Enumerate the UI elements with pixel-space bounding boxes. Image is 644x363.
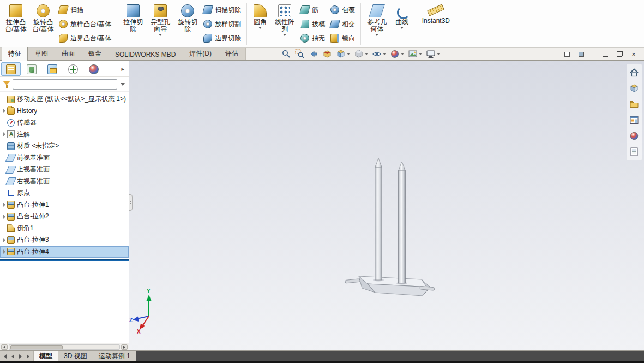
chevron-down-icon[interactable] xyxy=(400,27,404,29)
configurationmanager-tab[interactable] xyxy=(43,62,62,76)
lofted-cut-button[interactable]: 放样切割 xyxy=(201,17,244,31)
mirror-button[interactable]: 镜向 xyxy=(328,31,358,45)
tab-sheet-metal[interactable]: 钣金 xyxy=(82,47,108,60)
section-view-button[interactable] xyxy=(321,49,334,59)
linear-pattern-button[interactable]: 线性阵列 xyxy=(271,1,298,47)
rollback-bar[interactable] xyxy=(0,259,129,261)
tree-root-item[interactable]: 移动支座 (默认<<默认>_显示状态 1>) xyxy=(0,93,129,105)
scroll-next-button[interactable] xyxy=(17,352,24,360)
scroll-prev-button[interactable] xyxy=(9,352,16,360)
tab-evaluate[interactable]: 评估 xyxy=(219,47,245,60)
expand-arrow-icon[interactable] xyxy=(1,132,7,136)
view-palette-button[interactable] xyxy=(628,114,641,127)
tree-item-right-plane[interactable]: 右视基准面 xyxy=(0,176,129,188)
previous-view-button[interactable] xyxy=(307,49,320,59)
view-settings-button[interactable] xyxy=(424,49,442,59)
zoom-to-fit-button[interactable] xyxy=(280,49,293,59)
tab-features[interactable]: 特征 xyxy=(2,47,28,61)
scrollbar-thumb[interactable] xyxy=(10,345,63,349)
tab-solidworks-mbd[interactable]: SOLIDWORKS MBD xyxy=(109,49,182,60)
chevron-down-icon[interactable] xyxy=(258,27,262,29)
revolved-cut-button[interactable]: 旋转切除 xyxy=(174,1,201,47)
panel-splitter-handle[interactable] xyxy=(129,194,133,211)
tree-item-boss-extrude1[interactable]: 凸台-拉伸1 xyxy=(0,199,129,211)
file-explorer-button[interactable] xyxy=(628,98,641,111)
chevron-down-icon[interactable] xyxy=(437,53,440,55)
scrollbar-track[interactable] xyxy=(9,344,120,350)
tab-model[interactable]: 模型 xyxy=(34,351,58,361)
expand-arrow-icon[interactable] xyxy=(1,203,7,207)
custom-properties-button[interactable] xyxy=(628,145,641,158)
close-button[interactable]: × xyxy=(628,49,640,59)
hole-wizard-button[interactable]: 异型孔向导 xyxy=(147,1,174,47)
chevron-down-icon[interactable] xyxy=(365,53,368,55)
scroll-right-button[interactable] xyxy=(121,344,128,350)
expand-arrow-icon[interactable] xyxy=(1,238,7,242)
chevron-down-icon[interactable] xyxy=(375,34,378,36)
expand-arrow-icon[interactable] xyxy=(1,215,7,219)
design-library-button[interactable] xyxy=(628,82,641,95)
fillet-button[interactable]: 圆角 xyxy=(249,1,271,47)
minimize-button[interactable] xyxy=(599,49,611,59)
chevron-down-icon[interactable] xyxy=(347,53,350,55)
propertymanager-tab[interactable] xyxy=(22,62,41,76)
chevron-down-icon[interactable] xyxy=(383,53,386,55)
tree-filter-input[interactable] xyxy=(13,79,117,90)
apply-scene-button[interactable] xyxy=(406,49,424,59)
revolved-boss-button[interactable]: 旋转凸台/基体 xyxy=(29,1,57,47)
pane-right-button[interactable] xyxy=(575,49,587,59)
extruded-boss-button[interactable]: 拉伸凸台/基体 xyxy=(2,1,29,47)
tree-item-top-plane[interactable]: 上视基准面 xyxy=(0,164,129,176)
expand-arrow-icon[interactable] xyxy=(1,109,7,113)
dimxpertmanager-tab[interactable] xyxy=(63,62,83,76)
hide-show-items-button[interactable] xyxy=(370,49,388,59)
tab-weldments[interactable]: 焊件(D) xyxy=(183,47,218,60)
boundary-boss-button[interactable]: 边界凸台/基体 xyxy=(57,31,115,45)
chevron-down-icon[interactable] xyxy=(159,34,162,36)
featuremanager-tab[interactable] xyxy=(1,62,21,76)
model-canvas[interactable]: Y Z X xyxy=(129,61,644,350)
tree-item-annotations[interactable]: 注解 xyxy=(0,129,129,141)
curves-button[interactable]: 曲线 xyxy=(390,1,413,47)
wrap-button[interactable]: 包覆 xyxy=(328,3,358,17)
panel-expand-chevron[interactable]: ▸ xyxy=(118,66,128,73)
displaymanager-tab[interactable] xyxy=(84,62,104,76)
rib-button[interactable]: 筋 xyxy=(298,3,328,17)
instant3d-button[interactable]: Instant3D xyxy=(418,1,453,47)
reference-geometry-button[interactable]: 参考几何体 xyxy=(363,1,390,47)
tree-item-boss-extrude2[interactable]: 凸台-拉伸2 xyxy=(0,211,129,223)
display-style-button[interactable] xyxy=(352,49,370,59)
tree-item-chamfer1[interactable]: 倒角1 xyxy=(0,223,129,235)
tree-item-origin[interactable]: 原点 xyxy=(0,187,129,199)
chevron-down-icon[interactable] xyxy=(401,53,404,55)
edit-appearance-button[interactable] xyxy=(388,49,406,59)
shell-button[interactable]: 抽壳 xyxy=(298,31,328,45)
home-button[interactable] xyxy=(628,66,641,79)
chevron-down-icon[interactable] xyxy=(419,53,422,55)
tree-item-history[interactable]: History xyxy=(0,105,129,117)
appearances-button[interactable] xyxy=(628,129,641,142)
tab-surfaces[interactable]: 曲面 xyxy=(55,47,81,60)
view-orientation-button[interactable] xyxy=(334,49,352,59)
pane-left-button[interactable] xyxy=(561,49,573,59)
graphics-viewport[interactable]: Y Z X xyxy=(129,61,644,350)
scroll-last-button[interactable] xyxy=(25,352,32,360)
extruded-cut-button[interactable]: 拉伸切除 xyxy=(119,1,147,47)
tree-item-boss-extrude4[interactable]: 凸台-拉伸4 xyxy=(0,246,129,258)
swept-boss-button[interactable]: 扫描 xyxy=(57,3,115,17)
tree-item-sensors[interactable]: 传感器 xyxy=(0,117,129,129)
scroll-first-button[interactable] xyxy=(2,352,9,360)
restore-button[interactable] xyxy=(613,49,625,59)
intersect-button[interactable]: 相交 xyxy=(328,17,358,31)
tab-sketch[interactable]: 草图 xyxy=(28,47,55,60)
expand-arrow-icon[interactable] xyxy=(1,249,7,254)
zoom-to-area-button[interactable] xyxy=(293,49,306,59)
tree-item-boss-extrude3[interactable]: 凸台-拉伸3 xyxy=(0,234,129,246)
tree-item-front-plane[interactable]: 前视基准面 xyxy=(0,152,129,164)
tab-3d-views[interactable]: 3D 视图 xyxy=(58,351,93,361)
chevron-down-icon[interactable] xyxy=(283,34,286,36)
tree-item-material[interactable]: 材质 <未指定> xyxy=(0,140,129,152)
lofted-boss-button[interactable]: 放样凸台/基体 xyxy=(57,17,115,31)
boundary-cut-button[interactable]: 边界切除 xyxy=(201,31,244,45)
scroll-left-button[interactable] xyxy=(1,344,8,350)
